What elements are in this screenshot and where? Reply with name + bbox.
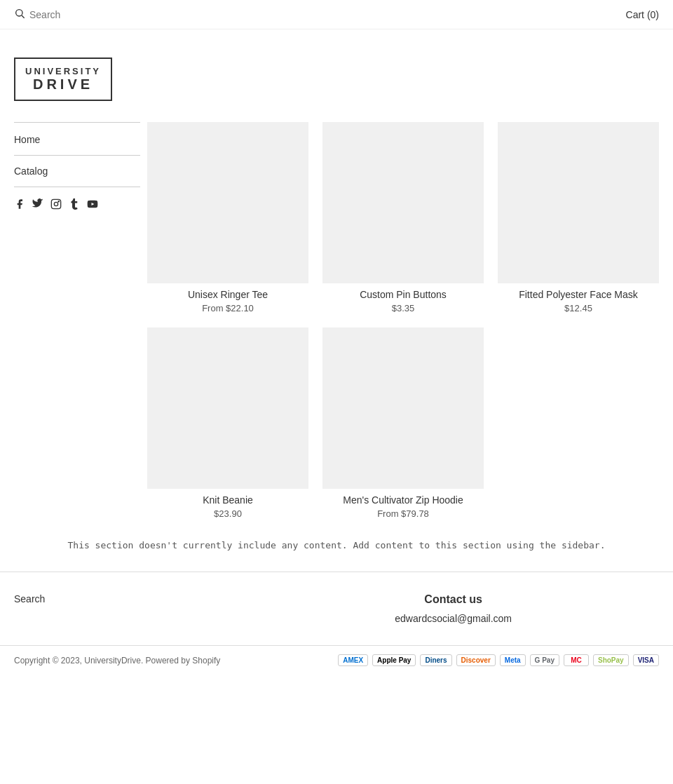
product-image-4 <box>322 327 484 489</box>
product-image-2 <box>498 122 659 283</box>
sidebar-divider <box>14 155 140 156</box>
site-header: Cart (0) <box>0 0 673 29</box>
product-image-1 <box>322 122 484 283</box>
instagram-icon[interactable] <box>50 198 62 212</box>
shopay-icon: ShoPay <box>593 654 629 666</box>
product-card-0[interactable]: Unisex Ringer Tee From $22.10 <box>147 122 308 313</box>
facebook-icon[interactable] <box>14 198 25 212</box>
meta-icon: Meta <box>500 654 526 666</box>
product-row-top: Unisex Ringer Tee From $22.10 Custom Pin… <box>147 122 659 313</box>
search-icon <box>14 8 25 21</box>
product-card-3[interactable]: Knit Beanie $23.90 <box>147 327 308 519</box>
product-name-4: Men's Cultivator Zip Hoodie <box>322 494 484 506</box>
product-price-0: From $22.10 <box>147 303 308 313</box>
payment-icons: AMEX Apple Pay Diners Discover Meta G Pa… <box>338 654 659 666</box>
amex-icon: AMEX <box>338 654 368 666</box>
header-search-area <box>14 8 170 21</box>
product-card-1[interactable]: Custom Pin Buttons $3.35 <box>322 122 484 313</box>
search-input[interactable] <box>29 9 170 20</box>
gpay-icon: G Pay <box>530 654 559 666</box>
social-icons <box>14 193 140 218</box>
product-price-3: $23.90 <box>147 508 308 519</box>
product-price-2: $12.45 <box>498 303 659 313</box>
youtube-icon[interactable] <box>87 198 98 212</box>
product-image-0 <box>147 122 308 283</box>
product-card-4[interactable]: Men's Cultivator Zip Hoodie From $79.78 <box>322 327 484 519</box>
footer-links-col: Search <box>14 593 219 624</box>
copyright-text: Copyright © 2023, UniversityDrive. Power… <box>14 656 220 665</box>
sidebar-nav: Home Catalog <box>14 122 140 187</box>
product-card-2[interactable]: Fitted Polyester Face Mask $12.45 <box>498 122 659 313</box>
footer-bottom: Copyright © 2023, UniversityDrive. Power… <box>0 645 673 675</box>
sidebar-item-catalog[interactable]: Catalog <box>14 161 140 181</box>
footer-search-link[interactable]: Search <box>14 593 219 604</box>
sidebar-item-home[interactable]: Home <box>14 130 140 149</box>
svg-point-3 <box>54 202 57 205</box>
mastercard-icon: MC <box>564 654 589 666</box>
discover-icon: Discover <box>456 654 496 666</box>
svg-line-1 <box>22 15 25 18</box>
contact-email: edwardcsocial@gmail.com <box>247 613 659 624</box>
svg-point-0 <box>16 10 22 16</box>
tumblr-icon[interactable] <box>69 198 80 212</box>
logo-section: UNIVERSITY DRIVE <box>0 29 673 122</box>
footer-top: Search Contact us edwardcsocial@gmail.co… <box>0 572 673 645</box>
product-row-bottom: Knit Beanie $23.90 Men's Cultivator Zip … <box>147 327 659 519</box>
contact-heading: Contact us <box>247 593 659 606</box>
logo-line1: UNIVERSITY <box>25 66 101 76</box>
product-name-3: Knit Beanie <box>147 494 308 506</box>
section-notice: This section doesn't currently include a… <box>0 519 673 572</box>
main-layout: Home Catalog <box>0 122 673 519</box>
sidebar: Home Catalog <box>14 122 147 519</box>
product-price-4: From $79.78 <box>322 508 484 519</box>
product-price-1: $3.35 <box>322 303 484 313</box>
sidebar-divider-2 <box>14 187 140 187</box>
product-name-1: Custom Pin Buttons <box>322 289 484 300</box>
product-name-2: Fitted Polyester Face Mask <box>498 289 659 300</box>
product-image-3 <box>147 327 308 489</box>
svg-point-4 <box>58 201 59 202</box>
product-name-0: Unisex Ringer Tee <box>147 289 308 300</box>
svg-rect-2 <box>51 199 60 208</box>
product-area: Unisex Ringer Tee From $22.10 Custom Pin… <box>147 122 659 519</box>
twitter-icon[interactable] <box>32 198 43 212</box>
logo-line2: DRIVE <box>25 76 101 93</box>
logo: UNIVERSITY DRIVE <box>14 58 112 101</box>
diners-icon: Diners <box>420 654 451 666</box>
footer-contact: Contact us edwardcsocial@gmail.com <box>247 593 659 624</box>
cart-link[interactable]: Cart (0) <box>626 9 659 20</box>
applepay-icon: Apple Pay <box>372 654 416 666</box>
footer: Search Contact us edwardcsocial@gmail.co… <box>0 572 673 675</box>
visa-icon: VISA <box>633 654 659 666</box>
